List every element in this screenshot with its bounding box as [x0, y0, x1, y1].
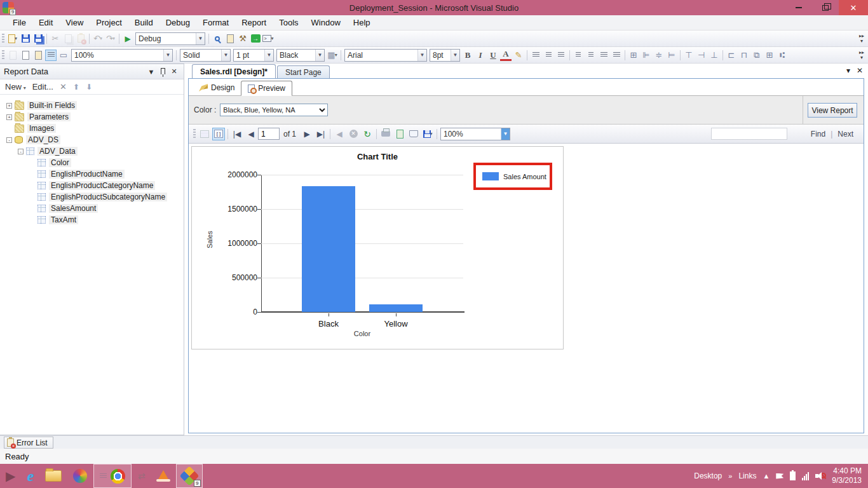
chevron-up-icon[interactable]: ▲: [763, 472, 770, 480]
border-color-combo[interactable]: Black▼: [276, 49, 325, 62]
find-button[interactable]: Find: [811, 130, 825, 139]
collapse-icon[interactable]: -: [6, 137, 12, 143]
menu-build[interactable]: Build: [128, 16, 159, 29]
report-page-icon[interactable]: [7, 50, 18, 61]
tree-item-images[interactable]: Images: [0, 123, 184, 134]
restore-button[interactable]: [812, 0, 839, 15]
view-report-button[interactable]: View Report: [808, 103, 857, 118]
tree-item-color[interactable]: Color: [0, 157, 184, 168]
menu-format[interactable]: Format: [196, 16, 235, 29]
menu-edit[interactable]: Edit: [32, 16, 59, 29]
refresh-icon[interactable]: ↻: [361, 128, 374, 140]
tree-item-englishproductname[interactable]: EnglishProductName: [0, 168, 184, 180]
report-properties-icon[interactable]: [32, 50, 44, 61]
menu-view[interactable]: View: [59, 16, 90, 29]
save-all-button[interactable]: [32, 33, 44, 44]
close-panel-icon[interactable]: ✕: [168, 67, 180, 76]
zoom-level-combo[interactable]: 100%▼: [71, 49, 173, 62]
tree-item-salesamount[interactable]: SalesAmount: [0, 203, 184, 214]
redo-button[interactable]: ↷▾: [105, 33, 116, 44]
delete-icon[interactable]: ✕: [60, 82, 67, 92]
navigate-forward-button[interactable]: →: [250, 33, 261, 44]
tree-item-parameters[interactable]: +Parameters: [0, 111, 184, 123]
properties-window-button[interactable]: [224, 33, 236, 44]
back-icon[interactable]: ◀: [333, 128, 346, 140]
toolbox-button[interactable]: ⚒: [237, 33, 248, 44]
minimize-button[interactable]: [785, 0, 812, 15]
color-parameter-select[interactable]: Black, Blue, Yellow, NA: [220, 104, 328, 116]
previous-page-icon[interactable]: ◀: [245, 128, 257, 140]
new-menu-button[interactable]: New ▾: [5, 82, 26, 92]
toolbar-overflow-button[interactable]: ▸▸▾: [857, 30, 867, 46]
toggle-grouping-button[interactable]: [45, 50, 57, 61]
document-tab-sales-rdl-design-[interactable]: Sales.rdl [Design]*: [192, 64, 276, 78]
copy-button[interactable]: [62, 33, 74, 44]
move-up-icon[interactable]: ⬆: [73, 83, 79, 92]
print-layout-icon[interactable]: [393, 128, 406, 140]
align-rights-button[interactable]: ⊨: [666, 50, 677, 61]
command-window-button[interactable]: >▾: [262, 33, 274, 44]
taskbar-file-explorer-button[interactable]: [39, 464, 67, 488]
highlight-button[interactable]: ✎: [513, 50, 524, 61]
menu-project[interactable]: Project: [90, 16, 128, 29]
font-size-combo[interactable]: 8pt▼: [430, 49, 460, 62]
font-family-combo[interactable]: Arial▼: [344, 49, 427, 62]
last-page-icon[interactable]: ▶|: [315, 128, 327, 140]
menu-file[interactable]: File: [6, 16, 32, 29]
border-style-combo[interactable]: Solid▼: [180, 49, 231, 62]
menu-report[interactable]: Report: [235, 16, 273, 29]
battery-icon[interactable]: [790, 471, 796, 480]
taskbar-vlc-button[interactable]: [151, 464, 175, 488]
toggle-parameters-icon[interactable]: [ ]: [212, 128, 225, 140]
export-icon[interactable]: ▾: [421, 128, 434, 140]
window-position-icon[interactable]: ▼: [146, 68, 157, 76]
italic-button[interactable]: I: [475, 50, 486, 61]
tree-item-built-in fields[interactable]: +Built-in Fields: [0, 100, 184, 111]
edit-button[interactable]: Edit...: [32, 82, 53, 92]
find-in-files-button[interactable]: [212, 33, 223, 44]
align-bottoms-button[interactable]: ⊥: [709, 50, 720, 61]
tree-item-adv_data[interactable]: -ADV_Data: [0, 146, 184, 157]
taskbar-chrome-button[interactable]: [93, 464, 132, 488]
tree-item-englishproductcategoryname[interactable]: EnglishProductCategoryName: [0, 180, 184, 191]
make-same-width-button[interactable]: ⊏: [726, 50, 737, 61]
bold-button[interactable]: B: [462, 50, 473, 61]
cut-button[interactable]: ✂: [50, 33, 61, 44]
save-button[interactable]: [20, 33, 31, 44]
find-next-button[interactable]: Next: [837, 130, 853, 139]
ruler-button[interactable]: ▭: [58, 50, 69, 61]
pin-icon[interactable]: [157, 68, 168, 76]
error-list-tab[interactable]: Error List: [4, 437, 53, 449]
links-toolbar-label[interactable]: Links: [738, 471, 756, 480]
tree-item-englishproductsubcategoryname[interactable]: EnglishProductSubcategoryName: [0, 191, 184, 203]
align-centers-button[interactable]: ≑: [653, 50, 665, 61]
underline-button[interactable]: U: [487, 50, 499, 61]
find-text-input[interactable]: [711, 128, 787, 140]
increase-indent-button[interactable]: [611, 50, 622, 61]
align-middles-button[interactable]: ⊣: [696, 50, 707, 61]
expand-icon[interactable]: +: [6, 114, 12, 120]
next-page-icon[interactable]: ▶: [301, 128, 313, 140]
align-center-button[interactable]: [543, 50, 554, 61]
taskbar-media-player-button[interactable]: [67, 464, 93, 488]
new-item-button[interactable]: ▾: [7, 33, 18, 44]
center-horizontal-button[interactable]: ⊞: [764, 50, 775, 61]
collapse-icon[interactable]: -: [18, 149, 24, 154]
move-down-icon[interactable]: ⬇: [86, 83, 92, 92]
border-width-combo[interactable]: 1 pt▼: [233, 49, 274, 62]
chevron-icon[interactable]: »: [728, 472, 732, 480]
stop-icon[interactable]: ✕: [347, 128, 360, 140]
report-page2-icon[interactable]: [20, 50, 31, 61]
network-signal-icon[interactable]: [802, 472, 809, 480]
numbered-list-button[interactable]: [573, 50, 584, 61]
close-button[interactable]: ✕: [839, 0, 868, 15]
taskbar-media-play-button[interactable]: ▶: [0, 464, 21, 488]
decrease-indent-button[interactable]: [598, 50, 609, 61]
first-page-icon[interactable]: |◀: [231, 128, 243, 140]
spacing-button[interactable]: ⑆: [776, 50, 788, 61]
snap-to-grid-button[interactable]: ⊞: [628, 50, 639, 61]
document-map-icon[interactable]: [198, 128, 211, 140]
tab-design[interactable]: Design: [193, 80, 241, 95]
taskbar-shuffle-button[interactable]: ⇄: [132, 464, 151, 488]
viewer-zoom-combo[interactable]: 100%▼: [440, 128, 510, 140]
